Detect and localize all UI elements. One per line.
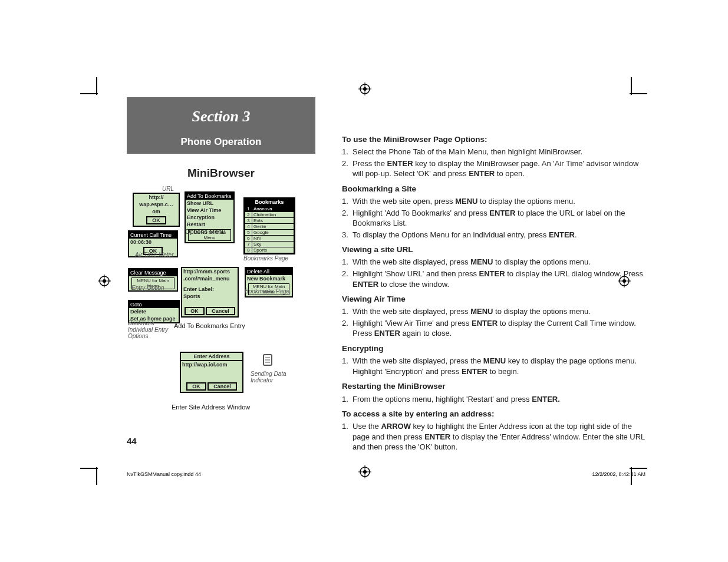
- heading: To access a site by entering an address:: [342, 409, 648, 419]
- footer-left: NvTlkGSMManual copy.indd 44: [127, 471, 201, 477]
- ok-button: OK: [186, 382, 206, 391]
- table-row: 5Google: [245, 230, 294, 236]
- table-row: 8Sports: [245, 247, 294, 253]
- cancel-button: Cancel: [207, 382, 237, 391]
- caption-entry-option: Entry Option: [131, 285, 164, 291]
- ok-button: OK: [185, 307, 205, 315]
- heading: Bookmarking a Site: [342, 184, 648, 194]
- heading: Restarting the MiniBrowser: [342, 381, 648, 392]
- page-heading: MiniBrowser: [127, 167, 315, 180]
- caption-bookmarks: Bookmarks Page: [243, 255, 288, 262]
- footer-right: 12/2/2002, 8:42:31 AM: [592, 471, 645, 477]
- sending-data-icon: [261, 353, 274, 371]
- caption-ind-entry: Bookmark Individual Entry Options: [128, 320, 175, 339]
- page-number: 44: [127, 436, 137, 446]
- fig-add-entry: http://mmm.sports .com/#main_menu Enter …: [181, 267, 239, 318]
- table-row: 1Ananova: [245, 206, 294, 212]
- fig-options-menu: Add To Bookmarks Show URL View Air Time …: [185, 191, 235, 243]
- table-row: 6Nhl: [245, 236, 294, 242]
- table-row: 3Ents: [245, 218, 294, 224]
- heading: Viewing a site URL: [342, 244, 648, 255]
- section-subtitle: Phone Operation: [131, 136, 311, 148]
- caption-bookmarks2: Bookmarks Page: [245, 288, 289, 295]
- heading: Viewing Air Time: [342, 294, 648, 305]
- table-row: 2Clubnation: [245, 212, 294, 218]
- section-title: Section 3: [131, 108, 311, 125]
- heading: Encrypting: [342, 343, 648, 354]
- caption-url: URL: [162, 186, 174, 192]
- crop-mark: [80, 468, 98, 469]
- caption-airtime: Air Time Meter: [135, 252, 173, 258]
- fig-enter-address: Enter Address http://wap.iol.com OK Canc…: [180, 352, 243, 393]
- heading: To use the MiniBrowser Page Options:: [342, 134, 648, 145]
- section-banner: Section 3 Phone Operation: [127, 97, 315, 154]
- table-row: 7Sky: [245, 242, 294, 247]
- crop-mark: [630, 468, 647, 469]
- body-text: To use the MiniBrowser Page Options: 1.S…: [342, 130, 648, 454]
- caption-add-entry: Add To Bookmarks Entry: [174, 322, 245, 329]
- fig-url-box: http:// wap.espn.c… om OK: [133, 193, 180, 227]
- caption-sending-data: Sending Data Indicator: [251, 371, 292, 384]
- caption-options-menu: Options Menu: [185, 228, 225, 235]
- ok-button: OK: [146, 216, 166, 224]
- crop-mark: [96, 467, 97, 485]
- cancel-button: Cancel: [206, 307, 235, 315]
- footer: NvTlkGSMManual copy.indd 44 12/2/2002, 8…: [127, 471, 645, 477]
- table-row: 4Genie: [245, 224, 294, 230]
- caption-enter-site: Enter Site Address Window: [172, 404, 250, 411]
- fig-bookmarks-list: Bookmarks 1Ananova 2Clubnation 3Ents 4Ge…: [243, 197, 295, 254]
